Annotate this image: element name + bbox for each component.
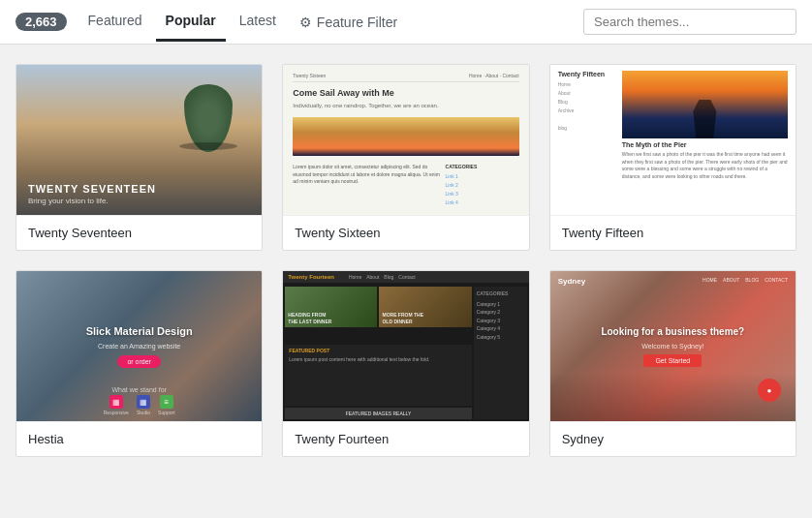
post-title-fifteen: The Myth of the Pier xyxy=(622,141,788,148)
fourteen-sidebar: CATEGORIES Category 1Category 2Category … xyxy=(474,287,527,419)
theme-screenshot-hestia: Slick Material Design Create an Amazing … xyxy=(16,271,262,421)
hestia-icon-responsive: ▦ xyxy=(109,395,123,409)
hestia-hero-sub: Create an Amazing website xyxy=(98,343,180,350)
hestia-hero-btn: or order xyxy=(117,355,161,368)
fourteen-bottom-bar: FEATURED IMAGES REALLY xyxy=(285,408,471,419)
theme-card-hestia[interactable]: Slick Material Design Create an Amazing … xyxy=(16,270,263,457)
tab-popular[interactable]: Popular xyxy=(156,2,226,42)
overlay-sub-seventeen: Bring your vision to life. xyxy=(28,197,250,205)
site-title-fifteen: Twenty Fifteen xyxy=(558,71,616,77)
mini-content-sixteen: Lorem ipsum dolor sit amet, consectetur … xyxy=(293,164,518,207)
mini-sub-sixteen: Individually, no one raindrop. Together,… xyxy=(293,102,518,109)
theme-screenshot-fourteen: Twenty Fourteen HomeAboutBlogContact HEA… xyxy=(283,271,528,421)
search-input[interactable] xyxy=(583,9,796,35)
theme-name-fourteen: Twenty Fourteen xyxy=(283,421,528,456)
sydney-hero-sub: Welcome to Sydney! xyxy=(641,343,703,350)
hestia-icon-support: ≡ xyxy=(160,395,173,409)
pier-image-fifteen xyxy=(622,71,788,138)
theme-name-sixteen: Twenty Sixteen xyxy=(283,215,528,250)
theme-screenshot-seventeen: TWENTY SEVENTEEN Bring your vision to li… xyxy=(16,65,262,215)
sydney-hero-btn: Get Started xyxy=(643,354,702,367)
sydney-badge-icon: ● xyxy=(758,379,781,402)
tab-latest[interactable]: Latest xyxy=(230,2,286,42)
hestia-what-label: What we stand for xyxy=(111,386,166,393)
theme-screenshot-fifteen: Twenty Fifteen HomeAboutBlogArchiveblog … xyxy=(550,65,796,215)
overlay-title-seventeen: TWENTY SEVENTEEN xyxy=(28,183,250,195)
fourteen-img-2: MORE FROM THEOLD DINNER xyxy=(379,287,471,327)
tab-featured[interactable]: Featured xyxy=(78,2,152,42)
theme-card-twenty-fourteen[interactable]: Twenty Fourteen HomeAboutBlogContact HEA… xyxy=(282,270,529,457)
theme-card-twenty-fifteen[interactable]: Twenty Fifteen HomeAboutBlogArchiveblog … xyxy=(549,64,796,251)
themes-grid: TWENTY SEVENTEEN Bring your vision to li… xyxy=(0,45,812,476)
feature-filter-button[interactable]: ⚙ Feature Filter xyxy=(290,3,407,42)
feature-filter-label: Feature Filter xyxy=(317,15,397,30)
theme-card-sydney[interactable]: Sydney HOMEABOUTBLOGCONTACT Looking for … xyxy=(549,270,796,457)
mini-image-sixteen xyxy=(293,117,518,156)
theme-screenshot-sydney: Sydney HOMEABOUTBLOGCONTACT Looking for … xyxy=(550,271,796,421)
theme-name-seventeen: Twenty Seventeen xyxy=(16,215,262,250)
fourteen-img-1: HEADING FROMTHE LAST DINNER xyxy=(285,287,377,327)
theme-card-twenty-seventeen[interactable]: TWENTY SEVENTEEN Bring your vision to li… xyxy=(16,64,263,251)
mini-nav-sixteen: Twenty Sixteen Home · About · Contact xyxy=(293,73,518,82)
theme-name-fifteen: Twenty Fifteen xyxy=(550,215,796,250)
mini-title-sixteen: Come Sail Away with Me xyxy=(293,88,518,98)
sydney-hero-text: Looking for a business theme? xyxy=(601,325,744,338)
theme-name-sydney: Sydney xyxy=(550,421,796,456)
theme-name-hestia: Hestia xyxy=(16,421,262,456)
theme-screenshot-sixteen: Twenty Sixteen Home · About · Contact Co… xyxy=(283,65,528,215)
theme-count-badge: 2,663 xyxy=(16,13,67,31)
theme-card-twenty-sixteen[interactable]: Twenty Sixteen Home · About · Contact Co… xyxy=(282,64,529,251)
hestia-hero-text: Slick Material Design xyxy=(86,325,193,337)
nav-bar: 2,663 Featured Popular Latest ⚙ Feature … xyxy=(0,0,812,45)
hestia-icon-studio: ▦ xyxy=(137,395,150,409)
gear-icon: ⚙ xyxy=(299,15,312,30)
